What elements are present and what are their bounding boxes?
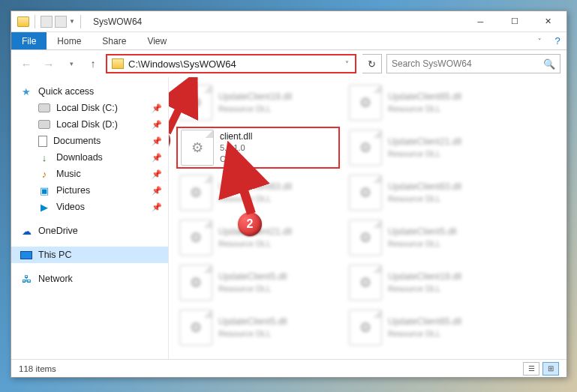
help-icon[interactable]: ?: [548, 32, 566, 49]
file-icon: ⚙: [179, 265, 212, 301]
disk-icon: [38, 120, 50, 129]
file-icon: ⚙: [179, 310, 212, 346]
file-tile[interactable]: ⚙UpdateClient21.dllResource DLL: [346, 127, 509, 169]
gear-icon: ⚙: [191, 139, 203, 156]
pin-icon: 📌: [152, 120, 162, 130]
file-desc: Resource DLL: [218, 328, 287, 340]
file-desc: Resource DLL: [388, 238, 456, 250]
sidebar-item-label: Pictures: [56, 185, 90, 196]
vid-icon: ▶: [38, 201, 50, 213]
file-tile[interactable]: ⚙UpdateClient19.dllResource DLL: [346, 262, 509, 304]
sidebar-item-videos[interactable]: ▶Videos📌: [11, 199, 168, 215]
file-desc: Resource DLL: [218, 238, 292, 250]
file-desc: Resource DLL: [388, 328, 461, 340]
ribbon-expand-icon[interactable]: ˅: [530, 32, 548, 49]
maximize-button[interactable]: ☐: [497, 11, 531, 32]
file-icon: ⚙: [349, 85, 382, 121]
file-desc: Resource DLL: [388, 193, 461, 205]
file-desc: Resource DLL: [218, 283, 287, 295]
doc-icon: [38, 136, 47, 147]
search-box[interactable]: 🔍: [386, 54, 560, 73]
back-button[interactable]: ←: [17, 55, 35, 73]
search-icon[interactable]: 🔍: [543, 58, 555, 70]
annotation-arrow-2: [215, 137, 275, 227]
file-tile[interactable]: ⚙UpdateClient5.dllResource DLL: [176, 262, 340, 304]
file-tile[interactable]: ⚙UpdateClient5.dllResource DLL: [346, 217, 509, 259]
file-icon: ⚙: [349, 220, 382, 256]
sidebar-item-pictures[interactable]: ▣Pictures📌: [11, 182, 168, 199]
sidebar-item-label: Documents: [53, 136, 101, 146]
view-tiles-button[interactable]: ⊞: [542, 362, 559, 376]
pc-icon: [20, 251, 32, 259]
navigation-bar: ← → ▾ ↑ C:\Windows\SysWOW64 ˅ ↻ 🔍: [11, 50, 566, 77]
file-desc: Resource DLL: [218, 103, 292, 115]
file-tile[interactable]: ⚙UpdateClient5.dllResource DLL: [176, 307, 340, 349]
svg-line-0: [169, 77, 194, 133]
gear-icon: ⚙: [359, 139, 371, 156]
file-name: UpdateClient5.dll: [218, 316, 287, 328]
file-tile[interactable]: ⚙UpdateClient65.dllResource DLL: [346, 82, 509, 124]
sidebar-onedrive-label: OneDrive: [38, 226, 78, 236]
address-path[interactable]: C:\Windows\SysWOW64: [128, 58, 338, 70]
minimize-button[interactable]: ─: [464, 11, 497, 32]
star-icon: ★: [20, 85, 32, 97]
file-tile[interactable]: ⚙UpdateClient63.dllResource DLL: [346, 172, 509, 214]
pin-icon: 📌: [152, 202, 162, 212]
tab-home[interactable]: Home: [47, 32, 92, 49]
tab-view[interactable]: View: [137, 32, 177, 49]
refresh-button[interactable]: ↻: [362, 54, 382, 73]
file-name: UpdateClient19.dll: [218, 91, 292, 103]
folder-icon: [17, 16, 29, 27]
qat-newfolder-icon[interactable]: [55, 16, 67, 28]
sidebar-item-local-disk-c-[interactable]: Local Disk (C:)📌: [11, 100, 168, 116]
sidebar-network-label: Network: [38, 274, 73, 284]
file-name: UpdateClient5.dll: [388, 226, 456, 238]
sidebar-network[interactable]: 🖧 Network: [11, 271, 168, 287]
tab-file[interactable]: File: [11, 32, 47, 49]
file-desc: Resource DLL: [388, 283, 461, 295]
dl-icon: ↓: [38, 151, 50, 163]
file-tile[interactable]: ⚙UpdateClient65.dllResource DLL: [346, 307, 509, 349]
file-desc: Resource DLL: [388, 103, 461, 115]
close-button[interactable]: ✕: [531, 11, 565, 32]
sidebar-onedrive[interactable]: ☁ OneDrive: [11, 223, 168, 239]
gear-icon: ⚙: [359, 274, 371, 291]
file-icon: ⚙: [179, 175, 212, 211]
pin-icon: 📌: [152, 153, 162, 163]
sidebar-item-documents[interactable]: Documents📌: [11, 133, 168, 149]
address-bar[interactable]: C:\Windows\SysWOW64 ˅: [106, 54, 356, 73]
qat-dropdown-icon[interactable]: ▼: [69, 18, 75, 25]
svg-line-1: [230, 149, 251, 214]
pic-icon: ▣: [38, 184, 50, 196]
explorer-window: ▼ SysWOW64 ─ ☐ ✕ File Home Share View ˅ …: [11, 10, 567, 378]
file-name: UpdateClient21.dll: [218, 226, 292, 238]
file-list[interactable]: ⚙UpdateClient19.dllResource DLL⚙UpdateCl…: [169, 77, 566, 359]
tab-share[interactable]: Share: [92, 32, 137, 49]
up-button[interactable]: ↑: [85, 55, 101, 72]
sidebar-item-local-disk-d-[interactable]: Local Disk (D:)📌: [11, 116, 168, 133]
sidebar-this-pc[interactable]: This PC: [11, 247, 168, 263]
file-name: UpdateClient65.dll: [388, 91, 461, 103]
history-dropdown-icon[interactable]: ▾: [62, 55, 80, 73]
ribbon: File Home Share View ˅ ?: [11, 32, 566, 50]
file-icon: ⚙: [349, 130, 382, 166]
file-name: UpdateClient5.dll: [218, 271, 287, 283]
gear-icon: ⚙: [359, 229, 371, 246]
gear-icon: ⚙: [190, 274, 202, 291]
item-count: 118 items: [19, 364, 56, 373]
forward-button[interactable]: →: [40, 55, 58, 73]
address-dropdown-icon[interactable]: ˅: [338, 60, 355, 68]
sidebar-this-pc-label: This PC: [38, 250, 71, 260]
sidebar-item-downloads[interactable]: ↓Downloads📌: [11, 149, 168, 166]
sidebar-quick-access[interactable]: ★ Quick access: [11, 83, 168, 100]
sidebar-item-label: Downloads: [56, 152, 103, 163]
file-name: UpdateClient65.dll: [388, 316, 461, 328]
sidebar-item-music[interactable]: ♪Music📌: [11, 166, 168, 182]
gear-icon: ⚙: [359, 319, 371, 336]
search-input[interactable]: [392, 58, 543, 69]
disk-icon: [38, 103, 50, 112]
qat-properties-icon[interactable]: [41, 16, 53, 28]
pin-icon: 📌: [152, 136, 162, 146]
file-icon: ⚙: [349, 310, 382, 346]
view-details-button[interactable]: ☰: [523, 362, 539, 376]
